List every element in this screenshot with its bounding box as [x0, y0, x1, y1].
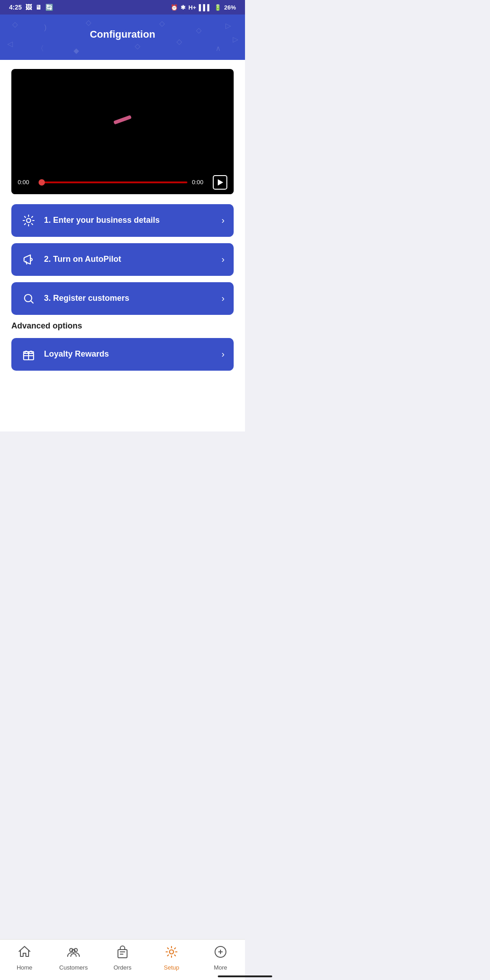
- loyalty-rewards-chevron: ›: [221, 349, 225, 359]
- status-bar: 4:25 🖼 🖥 🔄 ⏰ ✱ H+ ▌▌▌ 🔋 26%: [0, 0, 245, 15]
- megaphone-icon: [20, 251, 37, 268]
- screen-icon: 🖥: [35, 4, 42, 11]
- battery-icon: 🔋: [214, 4, 221, 11]
- status-left: 4:25 🖼 🖥 🔄: [9, 4, 53, 11]
- business-details-chevron: ›: [221, 215, 225, 225]
- alarm-icon: ⏰: [171, 4, 178, 11]
- register-customers-chevron: ›: [221, 293, 225, 304]
- video-area: [11, 69, 234, 171]
- register-customers-button[interactable]: 3. Register customers ›: [11, 282, 234, 315]
- autopilot-chevron: ›: [221, 254, 225, 265]
- photo-icon: 🖼: [25, 4, 32, 11]
- autopilot-button[interactable]: 2. Turn on AutoPilot ›: [11, 243, 234, 276]
- time: 4:25: [9, 4, 22, 11]
- progress-bar[interactable]: [39, 181, 187, 183]
- total-time: 0:00: [192, 179, 208, 186]
- current-time: 0:00: [18, 179, 34, 186]
- advanced-options-title: Advanced options: [11, 321, 234, 331]
- autopilot-label: 2. Turn on AutoPilot: [44, 255, 121, 264]
- status-right: ⏰ ✱ H+ ▌▌▌ 🔋 26%: [171, 4, 236, 11]
- main-content: 0:00 0:00 1. Enter your business details…: [0, 60, 245, 431]
- bluetooth-icon: ✱: [181, 4, 186, 11]
- video-controls: 0:00 0:00: [11, 171, 234, 194]
- video-player[interactable]: 0:00 0:00: [11, 69, 234, 194]
- sync-icon: 🔄: [45, 4, 53, 11]
- page-title: Configuration: [90, 29, 155, 40]
- gear-icon: [20, 212, 37, 229]
- signal-bars: ▌▌▌: [199, 4, 211, 11]
- search-icon: [20, 290, 37, 307]
- play-button[interactable]: [213, 175, 227, 190]
- battery-percent: 26%: [224, 4, 236, 11]
- business-details-button[interactable]: 1. Enter your business details ›: [11, 204, 234, 237]
- gift-icon: [20, 346, 37, 363]
- register-customers-label: 3. Register customers: [44, 294, 129, 303]
- loyalty-rewards-button[interactable]: Loyalty Rewards ›: [11, 338, 234, 371]
- video-pencil-decoration: [113, 115, 132, 124]
- play-icon: [218, 179, 223, 186]
- svg-point-0: [27, 218, 31, 222]
- header: ◇ ) ◇ ◇ ◇ ◇ ▷ ◁ 〈 ◆ ◇ ◇ ∧ ▷ Configuratio…: [0, 15, 245, 60]
- business-details-label: 1. Enter your business details: [44, 216, 160, 225]
- network-icon: H+: [188, 4, 196, 11]
- progress-dot: [39, 179, 45, 186]
- loyalty-rewards-label: Loyalty Rewards: [44, 349, 109, 359]
